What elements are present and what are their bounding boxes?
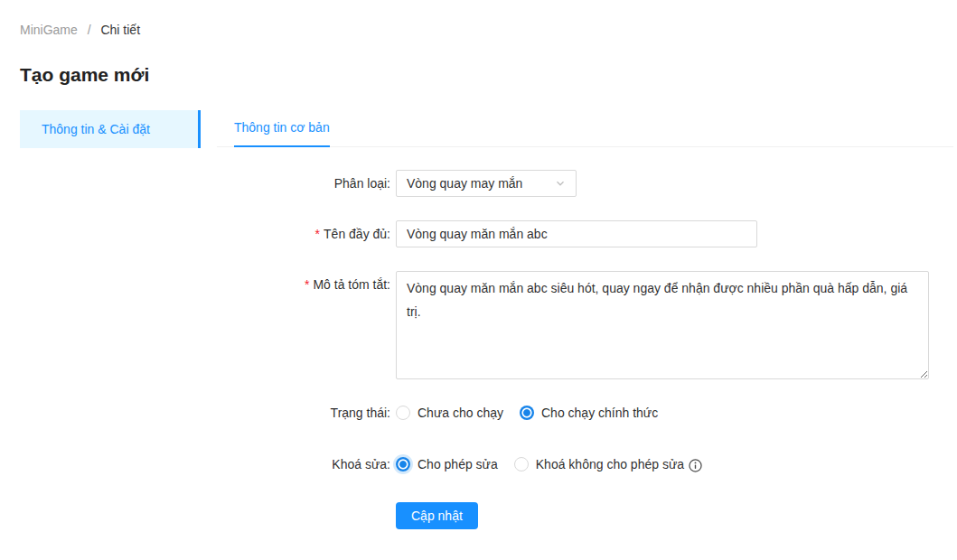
radio-status-official[interactable]: Cho chạy chính thức (520, 406, 658, 420)
update-button[interactable]: Cập nhật (396, 502, 478, 529)
radio-label: Cho phép sửa (418, 457, 498, 471)
info-icon[interactable] (689, 459, 702, 472)
radio-icon[interactable] (514, 457, 529, 471)
breadcrumb-item-current: Chi tiết (100, 23, 140, 37)
required-asterisk: * (315, 227, 320, 241)
radio-status-not-running[interactable]: Chưa cho chạy (396, 406, 503, 420)
side-menu: Thông tin & Cài đặt (20, 110, 201, 148)
form-row-category: Phân loại: Vòng quay may mắn (217, 170, 953, 197)
category-select-value: Vòng quay may mắn (407, 176, 522, 191)
tab-thong-tin-co-ban[interactable]: Thông tin cơ bản (234, 110, 330, 147)
radio-label: Cho chạy chính thức (541, 406, 658, 420)
required-asterisk: * (305, 277, 309, 292)
full-name-label: *Tên đầy đủ: (217, 220, 396, 247)
sidebar-item-thong-tin-cai-dat[interactable]: Thông tin & Cài đặt (20, 110, 201, 148)
radio-icon[interactable] (396, 406, 410, 420)
form-row-full-name: *Tên đầy đủ: (217, 220, 953, 247)
form-row-status: Trạng thái: Chưa cho chạy Cho chạy chính… (217, 403, 953, 423)
breadcrumb-separator: / (88, 23, 91, 37)
breadcrumb: MiniGame / Chi tiết (20, 23, 957, 37)
tab-bar: Thông tin cơ bản (217, 110, 953, 147)
page-title: Tạo game mới (20, 64, 957, 86)
breadcrumb-item-minigame[interactable]: MiniGame (20, 23, 78, 37)
form-row-summary: *Mô tả tóm tắt: Vòng quay măn mắn abc si… (217, 271, 953, 379)
category-select[interactable]: Vòng quay may mắn (396, 170, 577, 197)
content-panel: Thông tin cơ bản Phân loại: Vòng quay ma… (217, 110, 953, 529)
full-name-input[interactable] (396, 220, 757, 247)
radio-label: Chưa cho chạy (418, 406, 503, 420)
summary-label: *Mô tả tóm tắt: (217, 271, 396, 298)
summary-textarea[interactable]: Vòng quay măn mắn abc siêu hót, quay nga… (396, 271, 929, 379)
chevron-down-icon (555, 178, 566, 189)
game-form: Phân loại: Vòng quay may mắn *Tên đầy đủ… (217, 170, 953, 529)
sidebar-item-label: Thông tin & Cài đặt (42, 122, 150, 136)
radio-lock-edit[interactable]: Khoá không cho phép sửa (514, 457, 684, 471)
form-row-submit: Cập nhật (217, 502, 953, 529)
tab-label: Thông tin cơ bản (234, 120, 330, 135)
radio-label: Khoá không cho phép sửa (536, 457, 684, 471)
form-row-edit-lock: Khoá sửa: Cho phép sửa Khoá không cho ph… (217, 454, 953, 474)
radio-checked-icon[interactable] (396, 457, 410, 471)
status-label: Trạng thái: (217, 403, 396, 423)
edit-lock-label: Khoá sửa: (217, 454, 396, 474)
main-area: Thông tin & Cài đặt Thông tin cơ bản Phâ… (0, 110, 957, 529)
radio-checked-icon[interactable] (520, 406, 534, 420)
radio-allow-edit[interactable]: Cho phép sửa (396, 457, 498, 471)
category-label: Phân loại: (217, 170, 396, 197)
